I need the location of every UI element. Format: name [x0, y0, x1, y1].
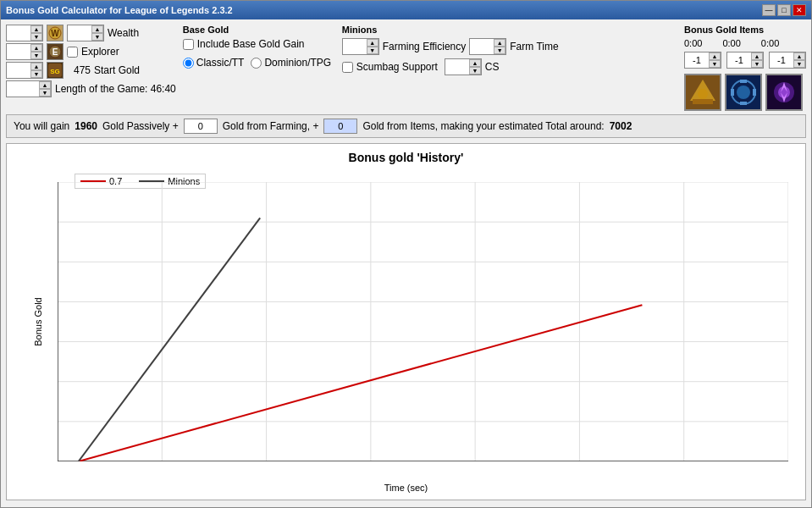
minions-buttons: ▲ ▼ [367, 39, 378, 54]
wealth-level-input[interactable]: 8 [7, 25, 30, 41]
classic-label: Classic/TT [196, 57, 245, 69]
game-mode-radio-group: Classic/TT Dominion/TPG [183, 57, 335, 69]
game-length-label: Length of the Game: 46:40 [55, 83, 176, 95]
minions-spinner[interactable]: 83 ▲ ▼ [342, 38, 379, 55]
wealth-stacks-down[interactable]: ▼ [91, 33, 103, 41]
bonus-item-input-3[interactable] [770, 52, 793, 68]
explorer-level-down[interactable]: ▼ [30, 52, 42, 59]
farming-efficiency-spinner[interactable]: 990 ▲ ▼ [469, 38, 506, 55]
you-will-gain-label: You will gain [14, 120, 69, 132]
svg-text:SG: SG [50, 68, 60, 75]
farming-efficiency-down[interactable]: ▼ [494, 47, 505, 54]
bonus-item-3-down[interactable]: ▼ [793, 60, 805, 68]
close-button[interactable]: ✕ [793, 4, 806, 16]
svg-text:E: E [52, 47, 58, 57]
svg-point-19 [778, 86, 790, 98]
start-gold-level-up[interactable]: ▲ [30, 63, 42, 70]
game-length-up[interactable]: ▲ [39, 81, 51, 89]
minions-input[interactable]: 83 [343, 39, 367, 54]
bonus-time-1: 0:00 [684, 38, 702, 48]
svg-text:W: W [51, 29, 59, 38]
scumbag-down[interactable]: ▼ [469, 67, 481, 75]
svg-point-8 [698, 89, 708, 99]
explorer-row: 3 ▲ ▼ E Explorer [6, 43, 176, 60]
start-gold-level-spinner[interactable]: 4 ▲ ▼ [6, 62, 43, 79]
dominion-label: Dominion/TPG [264, 57, 331, 69]
bonus-item-3-up[interactable]: ▲ [793, 52, 805, 60]
explorer-level-spinner[interactable]: 3 ▲ ▼ [6, 43, 43, 60]
game-length-spinner[interactable]: 2800 ▲ ▼ [6, 80, 52, 97]
total-gold-value: 7002 [610, 120, 632, 132]
explorer-checkbox-row: Explorer [67, 46, 119, 58]
include-base-gold-checkbox[interactable] [183, 39, 194, 50]
wealth-stacks-buttons: ▲ ▼ [91, 25, 103, 41]
base-gold-panel: Base Gold Include Base Gold Gain Classic… [183, 25, 335, 69]
minions-panel: Minions 83 ▲ ▼ Farming Efficiency 990 ▲ [342, 25, 559, 75]
svg-line-54 [79, 218, 261, 461]
bonus-item-1-up[interactable]: ▲ [709, 52, 721, 60]
classic-radio-option: Classic/TT [183, 57, 245, 69]
explorer-level-buttons: ▲ ▼ [30, 44, 42, 59]
bonus-item-spinner-3[interactable]: ▲ ▼ [769, 52, 806, 69]
wealth-stacks-spinner[interactable]: 0 ▲ ▼ [67, 25, 104, 41]
svg-rect-13 [740, 80, 747, 83]
bonus-gold-panel: Bonus Gold Items 0:00 0:00 0:00 ▲ ▼ [684, 25, 806, 111]
farming-efficiency-label: Farming Efficiency [383, 41, 466, 52]
bonus-gold-spinners-row: ▲ ▼ ▲ ▼ ▲ [684, 52, 806, 69]
scumbag-checkbox[interactable] [342, 62, 353, 73]
scumbag-checkbox-row: Scumbag Support [342, 61, 438, 73]
wealth-level-spinner-buttons: ▲ ▼ [30, 25, 42, 41]
bonus-item-2-down[interactable]: ▼ [751, 60, 763, 68]
dominion-radio[interactable] [251, 58, 262, 69]
explorer-checkbox[interactable] [67, 47, 78, 58]
dominion-radio-option: Dominion/TPG [251, 57, 331, 69]
scumbag-input[interactable]: 158 [445, 59, 469, 75]
svg-line-53 [79, 305, 643, 461]
items-gold-input[interactable] [323, 119, 357, 134]
maximize-button[interactable]: □ [777, 4, 791, 16]
bonus-item-2-up[interactable]: ▲ [751, 52, 763, 60]
start-gold-row: 4 ▲ ▼ SG 475 Start Gold [6, 62, 176, 79]
minimize-button[interactable]: — [762, 4, 776, 16]
svg-rect-16 [753, 89, 756, 96]
bonus-item-1-down[interactable]: ▼ [709, 60, 721, 68]
bonus-time-3: 0:00 [761, 38, 779, 48]
explorer-label: Explorer [81, 46, 119, 58]
wealth-stacks-up[interactable]: ▲ [91, 25, 103, 33]
main-window: Bonus Gold Calculator for League of Lege… [0, 0, 812, 508]
include-base-gold-label: Include Base Gold Gain [197, 38, 305, 50]
minions-up[interactable]: ▲ [367, 39, 378, 47]
bonus-item-input-1[interactable] [685, 52, 709, 68]
scumbag-label: Scumbag Support [356, 61, 438, 73]
scumbag-up[interactable]: ▲ [469, 59, 481, 67]
wealth-label: Wealth [108, 27, 139, 39]
game-length-down[interactable]: ▼ [39, 89, 51, 97]
minions-down[interactable]: ▼ [367, 47, 378, 54]
wealth-level-up[interactable]: ▲ [30, 25, 42, 33]
bonus-item-icon-1 [684, 74, 721, 111]
bonus-item-spinner-1[interactable]: ▲ ▼ [684, 52, 721, 69]
x-axis-label: Time (sec) [384, 483, 428, 493]
game-length-input[interactable]: 2800 [7, 81, 39, 97]
start-gold-level-input[interactable]: 4 [7, 63, 30, 78]
classic-radio[interactable] [183, 58, 194, 69]
start-gold-level-down[interactable]: ▼ [30, 70, 42, 78]
wealth-icon: W [47, 25, 64, 41]
svg-rect-9 [693, 99, 713, 104]
cs-label: CS [485, 61, 500, 73]
explorer-level-input[interactable]: 3 [7, 44, 30, 59]
wealth-stacks-input[interactable]: 0 [68, 25, 91, 41]
farming-efficiency-up[interactable]: ▲ [494, 39, 505, 47]
gold-passively-label: Gold Passively + [102, 120, 179, 132]
wealth-level-spinner[interactable]: 8 ▲ ▼ [6, 25, 43, 41]
explorer-level-up[interactable]: ▲ [30, 44, 42, 52]
bonus-item-spinner-2[interactable]: ▲ ▼ [726, 52, 764, 69]
scumbag-spinner[interactable]: 158 ▲ ▼ [445, 58, 482, 75]
farming-gold-input[interactable] [184, 119, 218, 134]
bonus-item-input-2[interactable] [727, 52, 751, 68]
main-content: 8 ▲ ▼ W 0 [1, 19, 811, 507]
farming-efficiency-input[interactable]: 990 [470, 39, 494, 54]
wealth-level-down[interactable]: ▼ [30, 33, 42, 41]
farming-efficiency-buttons: ▲ ▼ [494, 39, 505, 54]
bonus-item-2-buttons: ▲ ▼ [751, 52, 763, 68]
